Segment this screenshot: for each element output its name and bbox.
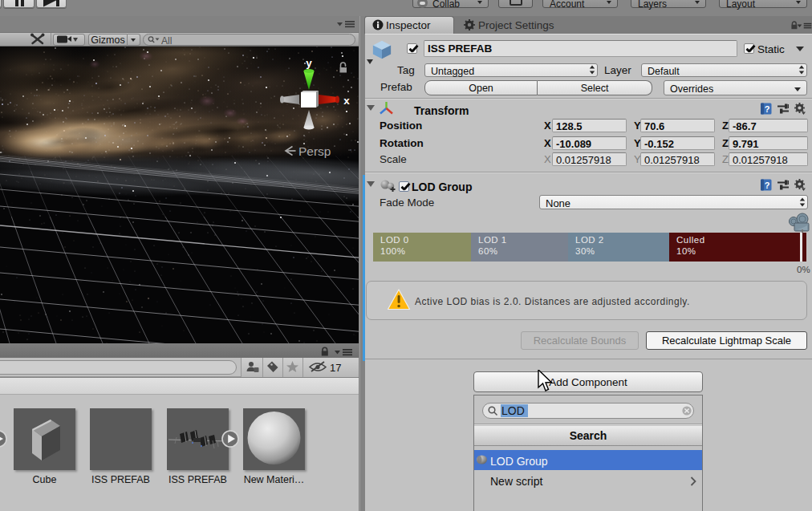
svg-text:?: ? <box>765 180 770 190</box>
svg-text:y: y <box>306 57 312 69</box>
svg-text:?: ? <box>765 104 770 114</box>
svg-text:Persp: Persp <box>298 144 331 158</box>
svg-text:x: x <box>343 95 350 107</box>
